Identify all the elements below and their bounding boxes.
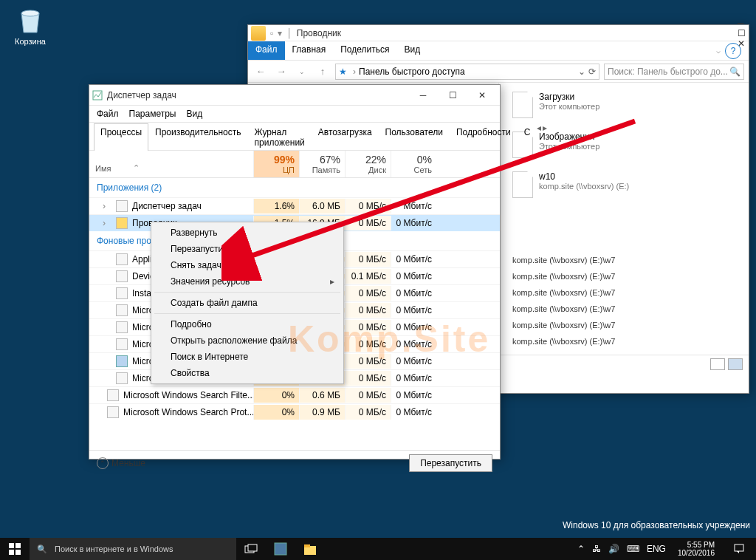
expand-icon[interactable]: › [103, 218, 111, 228]
recent-item[interactable]: komp.site (\\vboxsrv) (E:)\w7 [512, 256, 735, 264]
restart-button[interactable]: Перезапустить [409, 454, 492, 472]
explorer-title: Проводник [297, 28, 341, 38]
nav-back[interactable]: ← [252, 64, 269, 80]
tray-language[interactable]: ENG [647, 544, 666, 554]
ribbon-expand-icon[interactable]: ⌵ [716, 47, 721, 55]
qat-chevron-icon[interactable]: ▾ [278, 28, 282, 38]
folder-item[interactable]: ЗагрузкиЭтот компьютер [512, 92, 735, 118]
menu-options[interactable]: Параметры [129, 109, 176, 119]
col-network[interactable]: 0%Сеть [391, 151, 436, 177]
refresh-icon[interactable]: ⟳ [588, 66, 596, 77]
explorer-minimize[interactable]: ─ [738, 18, 746, 28]
process-row[interactable]: Microsoft Windows Search Filte...0%0.6 М… [89, 386, 500, 403]
explorer-app-icon [251, 26, 266, 41]
col-name[interactable]: Имя⌃ [89, 151, 253, 177]
recent-file-list: komp.site (\\vboxsrv) (E:)\w7 komp.site … [512, 256, 735, 346]
item-name: Загрузки [539, 92, 599, 102]
process-row[interactable]: ›Диспетчер задач 1.6% 6.0 МБ 0 МБ/с Мбит… [89, 197, 500, 214]
taskbar-app-taskmgr[interactable] [266, 538, 295, 560]
col-disk[interactable]: 22%Диск [345, 151, 391, 177]
recent-item[interactable]: komp.site (\\vboxsrv) (E:)\w7 [512, 288, 735, 297]
taskbar-clock[interactable]: 5:55 PM 10/20/2016 [673, 541, 719, 557]
fewer-details[interactable]: ⌃Меньше [97, 457, 145, 469]
taskmgr-minimize[interactable]: ─ [408, 85, 438, 106]
taskmgr-app-icon [92, 90, 103, 100]
windows-logo-icon [9, 543, 21, 555]
taskmgr-maximize[interactable]: ☐ [438, 85, 467, 106]
menu-view[interactable]: Вид [186, 109, 202, 119]
recycle-bin[interactable]: Корзина [4, 4, 56, 46]
tray-network-icon[interactable]: 🖧 [592, 544, 601, 554]
recycle-bin-icon [15, 4, 46, 35]
recent-item[interactable]: komp.site (\\vboxsrv) (E:)\w7 [512, 321, 735, 329]
ctx-open-file-location[interactable]: Открыть расположение файла [153, 332, 342, 349]
tab-services[interactable]: С [518, 123, 537, 151]
ctx-create-dump[interactable]: Создать файл дампа [153, 295, 342, 311]
tab-details[interactable]: Подробности [450, 123, 518, 151]
col-memory[interactable]: 67%Память [299, 151, 345, 177]
expand-icon[interactable]: › [103, 201, 111, 211]
taskmgr-footer: ⌃Меньше Перезапустить [89, 450, 500, 475]
ctx-end-task[interactable]: Снять задачу [153, 257, 342, 273]
help-icon[interactable]: ? [725, 43, 741, 59]
process-row[interactable]: Microsoft Windows Search Prot...0%0.9 МБ… [89, 403, 500, 420]
nav-forward[interactable]: → [273, 64, 289, 80]
taskmgr-close[interactable]: ✕ [467, 85, 497, 106]
ribbon-tab-file[interactable]: Файл [248, 41, 285, 60]
nav-recent[interactable]: ⌄ [294, 64, 310, 80]
ribbon-tab-share[interactable]: Поделиться [333, 41, 396, 60]
svg-rect-9 [248, 544, 257, 551]
address-field[interactable]: ★ › Панель быстрого доступа ⌄⟳ [335, 64, 599, 80]
process-icon [116, 372, 128, 384]
explorer-search[interactable]: Поиск: Панель быстрого до... 🔍 [604, 64, 744, 80]
tab-scroll-left[interactable]: ◂ [537, 123, 541, 150]
svg-point-0 [21, 10, 39, 16]
ctx-go-details[interactable]: Подробно [153, 316, 342, 332]
col-cpu[interactable]: 99%ЦП [253, 151, 299, 177]
recent-item[interactable]: komp.site (\\vboxsrv) (E:)\w7 [512, 337, 735, 346]
ribbon-tab-home[interactable]: Главная [285, 41, 334, 60]
task-view-button[interactable] [236, 538, 266, 560]
ribbon-tab-view[interactable]: Вид [396, 41, 427, 60]
addr-dropdown-icon[interactable]: ⌄ [578, 66, 585, 77]
view-large-icon[interactable] [728, 358, 743, 370]
menu-file[interactable]: Файл [97, 109, 119, 119]
tab-apphistory[interactable]: Журнал приложений [248, 123, 312, 151]
view-details-icon[interactable] [710, 358, 725, 370]
ctx-resource-values[interactable]: Значения ресурсов▸ [153, 273, 342, 290]
explorer-maximize[interactable]: ☐ [738, 28, 746, 38]
taskmgr-title: Диспетчер задач [107, 90, 176, 100]
recent-item[interactable]: komp.site (\\vboxsrv) (E:)\w7 [512, 272, 735, 281]
ctx-properties[interactable]: Свойства [153, 365, 342, 381]
taskbar-app-explorer[interactable] [295, 538, 325, 560]
process-icon [116, 270, 128, 282]
svg-marker-14 [737, 551, 739, 553]
action-center-button[interactable] [726, 543, 752, 555]
ctx-search-online[interactable]: Поиск в Интернете [153, 349, 342, 365]
tab-scroll-right[interactable]: ▸ [543, 123, 547, 150]
separator [154, 292, 340, 293]
tray-keyboard-icon[interactable]: ⌨ [627, 544, 639, 554]
folder-item[interactable]: w10komp.site (\\vboxsrv) (E:) [512, 171, 735, 198]
tab-processes[interactable]: Процессы [94, 123, 148, 151]
tab-performance[interactable]: Производительность [148, 123, 247, 151]
tray-volume-icon[interactable]: 🔊 [608, 544, 619, 554]
qat-save-icon[interactable]: ▫ [270, 28, 273, 38]
separator [154, 313, 340, 314]
svg-rect-7 [16, 550, 21, 555]
explorer-ribbon: Файл Главная Поделиться Вид ⌵ ? [248, 41, 749, 61]
svg-rect-6 [9, 550, 14, 555]
svg-rect-5 [16, 543, 21, 548]
ctx-restart[interactable]: Перезапустить [153, 241, 342, 257]
tray-chevron-up-icon[interactable]: ⌃ [577, 544, 585, 554]
tab-startup[interactable]: Автозагрузка [312, 123, 379, 151]
recent-item[interactable]: komp.site (\\vboxsrv) (E:)\w7 [512, 304, 735, 313]
process-icon [107, 406, 119, 418]
windows-edition-label: Windows 10 для образовательных учреждени [563, 520, 750, 530]
nav-up[interactable]: ↑ [315, 64, 331, 80]
ctx-expand[interactable]: Развернуть [153, 225, 342, 241]
search-placeholder: Поиск: Панель быстрого до... [608, 66, 728, 77]
tab-users[interactable]: Пользователи [379, 123, 450, 151]
start-button[interactable] [0, 538, 30, 560]
taskbar-search[interactable]: 🔍 Поиск в интернете и в Windows [30, 538, 236, 560]
